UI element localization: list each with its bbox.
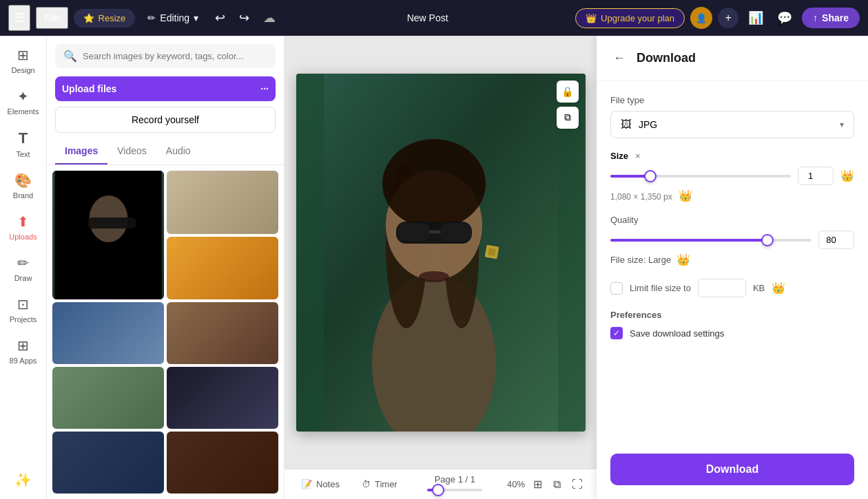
size-slider-container <box>610 168 791 184</box>
save-settings-label: Save download settings <box>630 328 724 339</box>
download-body: File type 🖼 JPG ▾ Size × � <box>597 81 868 454</box>
preferences-label: Preferences <box>610 310 854 320</box>
list-item[interactable] <box>167 171 278 234</box>
sidebar-item-elements[interactable]: ✦ Elements <box>3 83 43 121</box>
avatar[interactable]: 👤 <box>690 7 712 29</box>
list-item[interactable] <box>52 302 164 364</box>
list-item[interactable] <box>167 302 278 364</box>
size-x: × <box>635 151 641 161</box>
duplicate-button[interactable]: ⧉ <box>557 107 579 129</box>
add-profile-button[interactable]: + <box>718 8 738 28</box>
sidebar-item-label: Elements <box>8 107 39 116</box>
save-settings-checkbox[interactable] <box>610 327 623 339</box>
menu-icon[interactable]: ☰ <box>8 5 30 31</box>
sidebar: ⊞ Design ✦ Elements T Text 🎨 Brand ⬆ Upl… <box>0 36 47 499</box>
multi-page-button[interactable]: ⧉ <box>550 476 564 493</box>
undo-button[interactable]: ↩ <box>211 6 229 30</box>
list-item[interactable] <box>52 171 164 299</box>
upgrade-button[interactable]: 👑 Upgrade your plan <box>575 8 685 28</box>
crown-icon: 👑 <box>840 169 854 182</box>
chevron-down-icon: ▾ <box>194 12 198 23</box>
file-type-label: File type <box>610 95 854 105</box>
comments-icon[interactable]: 💬 <box>773 6 796 30</box>
lock-button[interactable]: 🔒 <box>557 81 579 103</box>
design-icon: ⊞ <box>17 47 29 63</box>
sidebar-item-text[interactable]: T Text <box>3 124 43 164</box>
brand-icon: 🎨 <box>14 172 32 189</box>
file-button[interactable]: File <box>36 7 68 29</box>
dimensions-text: 1,080 × 1,350 px <box>610 192 672 202</box>
file-type-select[interactable]: 🖼 JPG ▾ <box>610 111 854 138</box>
left-panel: 🔍 Upload files ··· Record yourself Image… <box>47 36 285 499</box>
sidebar-item-design[interactable]: ⊞ Design <box>3 41 43 80</box>
quality-slider-container <box>610 232 812 248</box>
chevron-down-icon: ▾ <box>840 120 844 129</box>
share-button[interactable]: ↑ Share <box>802 8 860 28</box>
svg-rect-2 <box>88 217 136 229</box>
editing-button[interactable]: ✏ Editing ▾ <box>141 8 205 28</box>
quality-number-input[interactable] <box>818 231 854 249</box>
record-yourself-button[interactable]: Record yourself <box>55 107 276 133</box>
sidebar-item-projects[interactable]: ⊡ Projects <box>3 290 43 329</box>
sidebar-item-brand[interactable]: 🎨 Brand <box>3 167 43 205</box>
more-icon: ··· <box>260 83 269 94</box>
timer-button[interactable]: ⏱ Timer <box>356 476 403 492</box>
resize-button[interactable]: ⭐ Resize <box>74 9 136 28</box>
draw-icon: ✏ <box>17 255 29 271</box>
topbar: ☰ File ⭐ Resize ✏ Editing ▾ ↩ ↪ ☁ New Po… <box>0 0 868 36</box>
fullscreen-button[interactable]: ⛶ <box>569 476 586 493</box>
grid-view-button[interactable]: ⊞ <box>530 475 545 493</box>
download-button[interactable]: Download <box>610 454 854 485</box>
sidebar-item-draw[interactable]: ✏ Draw <box>3 249 43 288</box>
quality-section: Quality File size: Large 👑 <box>610 215 854 266</box>
quality-slider[interactable] <box>610 239 812 242</box>
crown-icon: 👑 <box>586 13 597 23</box>
page-slider[interactable] <box>427 489 482 491</box>
kb-input[interactable] <box>698 279 746 297</box>
sidebar-item-uploads[interactable]: ⬆ Uploads <box>3 208 43 246</box>
list-item[interactable] <box>167 237 278 300</box>
projects-icon: ⊡ <box>17 296 29 312</box>
preferences-section: Preferences Save download settings <box>610 310 854 339</box>
file-type-section: File type 🖼 JPG ▾ <box>610 95 854 138</box>
sidebar-item-label: Brand <box>13 191 33 200</box>
star-icon: ⭐ <box>83 13 94 23</box>
list-item[interactable] <box>52 432 164 493</box>
list-item[interactable] <box>167 367 278 429</box>
svg-rect-14 <box>429 231 440 233</box>
svg-point-17 <box>419 271 449 282</box>
image-grid <box>47 165 284 499</box>
tab-audio[interactable]: Audio <box>156 138 200 164</box>
size-label: Size <box>610 151 628 161</box>
size-slider[interactable] <box>610 175 791 178</box>
file-type-value: JPG <box>639 119 833 130</box>
limit-checkbox[interactable] <box>610 282 623 295</box>
limit-file-size-row: Limit file size to KB 👑 <box>610 279 854 297</box>
redo-button[interactable]: ↪ <box>235 6 254 30</box>
canvas-image[interactable]: 🔒 ⧉ <box>296 74 586 432</box>
canvas-toolbar: 🔒 ⧉ <box>557 81 579 129</box>
tab-videos[interactable]: Videos <box>107 138 156 164</box>
save-settings-row: Save download settings <box>610 327 854 339</box>
sidebar-item-magic[interactable]: ✨ <box>3 466 43 493</box>
main-layout: ⊞ Design ✦ Elements T Text 🎨 Brand ⬆ Upl… <box>0 36 868 499</box>
crown-icon-4: 👑 <box>772 282 785 295</box>
file-size-text: File size: Large <box>610 255 671 265</box>
download-header: ← Download <box>597 36 868 81</box>
upload-files-button[interactable]: Upload files ··· <box>55 76 276 101</box>
tab-images[interactable]: Images <box>55 138 107 164</box>
apps-icon: ⊞ <box>17 337 29 354</box>
notes-button[interactable]: 📝 Notes <box>296 476 345 492</box>
topbar-center: New Post <box>285 12 570 23</box>
search-input[interactable] <box>83 51 267 61</box>
topbar-right: 👑 Upgrade your plan 👤 + 📊 💬 ↑ Share <box>575 6 860 30</box>
size-number-input[interactable] <box>798 167 834 185</box>
limit-text: Limit file size to <box>630 283 691 293</box>
back-button[interactable]: ← <box>610 48 628 68</box>
sidebar-item-apps[interactable]: ⊞ 89 Apps <box>3 332 43 370</box>
download-panel: ← Download File type 🖼 JPG ▾ Size × <box>597 36 868 499</box>
sidebar-item-label: Uploads <box>9 233 37 241</box>
list-item[interactable] <box>52 367 164 429</box>
list-item[interactable] <box>167 432 278 493</box>
analytics-icon[interactable]: 📊 <box>744 6 767 30</box>
